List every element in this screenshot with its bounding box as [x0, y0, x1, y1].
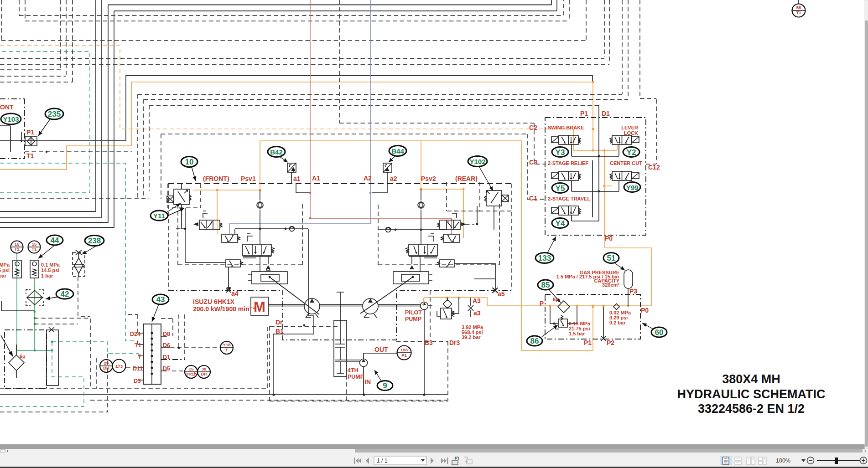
svg-text:Y18: Y18 — [223, 342, 231, 347]
svg-text:320cm³: 320cm³ — [602, 282, 619, 288]
svg-text:P1: P1 — [584, 339, 592, 346]
svg-text:C12: C12 — [648, 164, 660, 171]
svg-text:44: 44 — [51, 236, 59, 245]
svg-text:0.1 MPa: 0.1 MPa — [0, 262, 10, 267]
svg-text:DR: DR — [103, 365, 109, 370]
svg-text:15: 15 — [32, 242, 37, 247]
svg-text:100%: 100% — [776, 458, 790, 464]
svg-text:C1: C1 — [529, 195, 537, 202]
svg-text:Dr3: Dr3 — [449, 339, 460, 346]
svg-text:85: 85 — [541, 281, 550, 289]
svg-text:D3: D3 — [134, 378, 141, 384]
svg-text:0.1 MPa: 0.1 MPa — [41, 262, 60, 267]
svg-text:T1: T1 — [26, 152, 34, 159]
svg-text:T2: T2 — [14, 247, 19, 252]
svg-text:LOCK: LOCK — [624, 130, 638, 136]
svg-text:15: 15 — [15, 242, 20, 247]
svg-text:60: 60 — [655, 328, 664, 337]
svg-text:Y4: Y4 — [556, 219, 565, 228]
svg-text:B1: B1 — [275, 328, 284, 335]
svg-text:A3: A3 — [473, 297, 481, 304]
svg-text:OUT: OUT — [374, 346, 388, 353]
svg-text:86: 86 — [530, 337, 539, 345]
svg-text:(FRONT): (FRONT) — [203, 175, 229, 182]
svg-text:14.5 psi: 14.5 psi — [41, 267, 59, 273]
svg-text:ONT: ONT — [0, 103, 14, 111]
svg-text:15: 15 — [189, 366, 194, 371]
svg-text:PUMP: PUMP — [348, 374, 364, 380]
svg-text:T1: T1 — [796, 10, 801, 15]
svg-text:30: 30 — [202, 366, 207, 371]
svg-text:D1: D1 — [163, 354, 170, 360]
svg-text:P1: P1 — [26, 129, 34, 136]
svg-text:235: 235 — [48, 110, 61, 118]
svg-text:D8: D8 — [163, 331, 170, 337]
svg-text:6μ: 6μ — [20, 354, 26, 359]
svg-text:D5: D5 — [163, 365, 170, 372]
svg-text:Y5: Y5 — [556, 184, 565, 193]
svg-text:P2: P2 — [607, 339, 614, 346]
svg-text:P1: P1 — [580, 110, 588, 117]
svg-text:238: 238 — [88, 237, 101, 245]
svg-text:39.2 bar: 39.2 bar — [462, 334, 481, 340]
svg-text:4TH: 4TH — [348, 367, 359, 374]
svg-text:Y102: Y102 — [469, 158, 485, 165]
svg-text:B3: B3 — [425, 339, 433, 346]
svg-text:a2: a2 — [390, 175, 397, 182]
svg-text:380X4 MH: 380X4 MH — [722, 372, 780, 386]
svg-text:a5: a5 — [498, 290, 505, 298]
svg-text:SWING BRAKE: SWING BRAKE — [548, 125, 584, 130]
svg-text:33224586-2 EN 1/2: 33224586-2 EN 1/2 — [698, 402, 805, 416]
svg-text:PUMP: PUMP — [405, 316, 421, 322]
svg-text:T: T — [225, 347, 228, 352]
svg-text:P3: P3 — [629, 288, 637, 295]
svg-text:1.5 bar: 1.5 bar — [569, 331, 585, 336]
svg-text:HYDRAULIC SCHEMATIC: HYDRAULIC SCHEMATIC — [677, 387, 826, 401]
svg-text:C3: C3 — [529, 159, 537, 166]
svg-text:1 bar: 1 bar — [41, 273, 53, 278]
svg-text:1 / 1: 1 / 1 — [377, 458, 388, 464]
svg-text:B44: B44 — [391, 147, 404, 155]
svg-text:LEVER: LEVER — [621, 125, 638, 130]
svg-text:D11: D11 — [133, 365, 143, 372]
svg-text:Y2: Y2 — [627, 148, 636, 157]
svg-text:9: 9 — [383, 381, 387, 390]
svg-text:58: 58 — [796, 5, 801, 10]
svg-text:T1: T1 — [135, 342, 141, 349]
svg-text:C2: C2 — [529, 124, 537, 131]
svg-text:Y11: Y11 — [153, 212, 165, 220]
svg-text:173: 173 — [115, 364, 123, 369]
svg-text:2-STAGE TRAVEL: 2-STAGE TRAVEL — [548, 196, 590, 201]
svg-text:B42: B42 — [270, 148, 283, 156]
svg-text:ISUZU 6HK1X: ISUZU 6HK1X — [193, 298, 235, 305]
svg-text:133: 133 — [538, 254, 551, 262]
svg-text:A1: A1 — [312, 175, 320, 182]
svg-text:T: T — [138, 354, 141, 360]
svg-text:0.2 bar: 0.2 bar — [609, 320, 626, 325]
svg-text:156: 156 — [400, 347, 408, 352]
svg-text:DR1h: DR1h — [186, 371, 197, 376]
svg-text:PILOT: PILOT — [405, 309, 422, 316]
svg-text:1 bar: 1 bar — [0, 273, 7, 278]
svg-text:14.5 psi: 14.5 psi — [0, 267, 10, 273]
svg-text:42: 42 — [61, 290, 69, 298]
svg-text:Y99: Y99 — [626, 184, 639, 191]
svg-text:IN: IN — [364, 378, 371, 386]
svg-text:D1: D1 — [602, 110, 610, 117]
svg-text:200.0 kW/1900 min⁻¹: 200.0 kW/1900 min⁻¹ — [193, 305, 255, 313]
svg-text:D6: D6 — [163, 342, 170, 349]
svg-text:51: 51 — [607, 254, 616, 262]
svg-text:P1: P1 — [401, 353, 407, 358]
svg-text:Y3: Y3 — [556, 148, 565, 157]
svg-text:a1: a1 — [293, 175, 301, 182]
svg-text:T1: T1 — [31, 247, 37, 252]
svg-text:A2: A2 — [364, 175, 372, 182]
svg-text:Psv1: Psv1 — [241, 175, 256, 182]
svg-text:2-STAGE RELIEF: 2-STAGE RELIEF — [548, 160, 588, 166]
svg-text:Y103: Y103 — [3, 115, 19, 123]
svg-text:CENTER CUT: CENTER CUT — [610, 160, 642, 166]
svg-text:Dr: Dr — [275, 319, 283, 326]
svg-text:43: 43 — [156, 295, 165, 304]
svg-text:Psv2: Psv2 — [421, 175, 436, 182]
svg-text:8μ: 8μ — [553, 297, 559, 302]
